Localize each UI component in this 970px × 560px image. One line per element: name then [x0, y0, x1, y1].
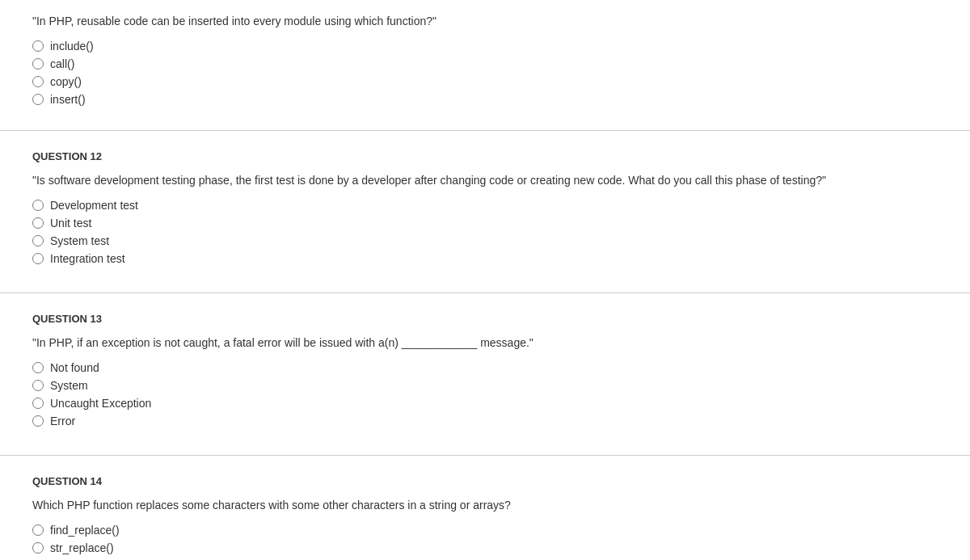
option-label-1-3: Error [50, 415, 75, 427]
top-option-item: include() [32, 40, 938, 53]
top-option-radio-3[interactable] [32, 94, 44, 105]
top-option-label-1: call() [50, 57, 74, 70]
list-item: find_replace() [32, 524, 938, 537]
top-option-radio-0[interactable] [32, 40, 44, 52]
top-option-item: call() [32, 57, 938, 70]
option-label-0-1: Unit test [50, 217, 91, 229]
list-item: System [32, 379, 938, 392]
option-radio-2-0[interactable] [32, 524, 44, 536]
question-text-1: "In PHP, if an exception is not caught, … [32, 335, 938, 352]
question-number-1: QUESTION 13 [32, 313, 938, 325]
option-radio-0-2[interactable] [32, 235, 44, 246]
option-label-0-3: Integration test [50, 252, 125, 265]
option-radio-0-3[interactable] [32, 253, 44, 264]
question-block-2: QUESTION 14Which PHP function replaces s… [0, 456, 970, 560]
list-item: str_replace() [32, 541, 938, 554]
questions-container: QUESTION 12"Is software development test… [0, 131, 970, 560]
option-label-1-0: Not found [50, 361, 99, 374]
option-label-2-1: str_replace() [50, 541, 114, 554]
top-option-label-0: include() [50, 40, 94, 53]
question-text-0: "Is software development testing phase, … [32, 172, 938, 189]
top-option-radio-2[interactable] [32, 76, 44, 87]
question-text-2: Which PHP function replaces some charact… [32, 497, 938, 514]
option-radio-1-2[interactable] [32, 398, 44, 409]
option-label-1-1: System [50, 379, 88, 392]
option-radio-1-1[interactable] [32, 380, 44, 391]
question-number-2: QUESTION 14 [32, 475, 938, 487]
top-option-label-2: copy() [50, 75, 82, 88]
option-label-1-2: Uncaught Exception [50, 397, 151, 410]
list-item: System test [32, 234, 938, 247]
question-block-1: QUESTION 13"In PHP, if an exception is n… [0, 293, 970, 456]
option-label-0-2: System test [50, 234, 109, 247]
list-item: Integration test [32, 252, 938, 265]
option-label-0-0: Development test [50, 199, 138, 212]
top-option-list: include()call()copy()insert() [32, 40, 938, 106]
option-radio-2-1[interactable] [32, 542, 44, 554]
option-list-1: Not foundSystemUncaught ExceptionError [32, 361, 938, 427]
question-number-0: QUESTION 12 [32, 150, 938, 162]
page-container: "In PHP, reusable code can be inserted i… [0, 0, 970, 560]
top-option-label-3: insert() [50, 93, 86, 106]
top-question-block: "In PHP, reusable code can be inserted i… [0, 0, 970, 131]
top-option-radio-1[interactable] [32, 58, 44, 69]
list-item: Error [32, 415, 938, 427]
list-item: Development test [32, 199, 938, 212]
option-radio-0-1[interactable] [32, 217, 44, 229]
option-label-2-0: find_replace() [50, 524, 120, 537]
option-radio-1-0[interactable] [32, 362, 44, 373]
option-radio-0-0[interactable] [32, 200, 44, 211]
top-question-text: "In PHP, reusable code can be inserted i… [32, 13, 938, 30]
list-item: Not found [32, 361, 938, 374]
question-block-0: QUESTION 12"Is software development test… [0, 131, 970, 293]
top-option-item: insert() [32, 93, 938, 106]
list-item: Uncaught Exception [32, 397, 938, 410]
option-radio-1-3[interactable] [32, 415, 44, 427]
top-option-item: copy() [32, 75, 938, 88]
list-item: Unit test [32, 217, 938, 229]
option-list-0: Development testUnit testSystem testInte… [32, 199, 938, 265]
option-list-2: find_replace()str_replace()changestr()re… [32, 524, 938, 560]
